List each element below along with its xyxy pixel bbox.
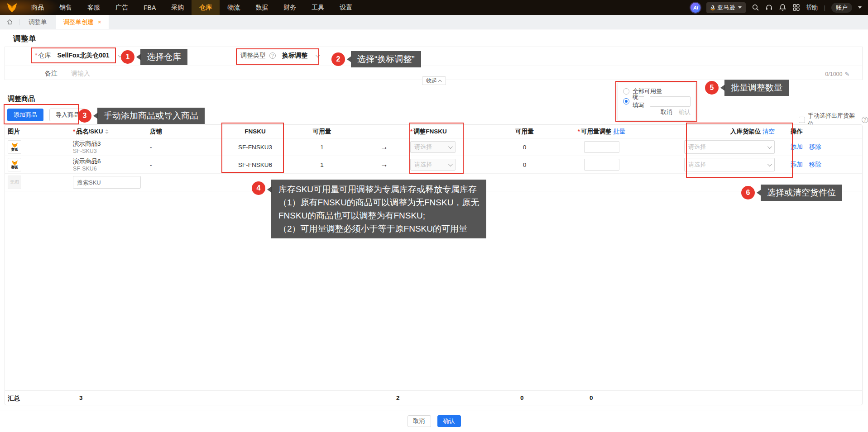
product-sku: SF-SKU3 <box>73 147 150 155</box>
callout-1: 1 选择仓库 <box>121 49 187 65</box>
thumb-label: 赛狐 <box>11 166 18 169</box>
summary-adjust-total: 0 <box>590 394 593 401</box>
inbound-shelf-select[interactable]: 请选择 <box>684 158 775 171</box>
callout-number-badge: 3 <box>78 109 91 123</box>
brand-fox-logo-icon[interactable] <box>0 0 24 15</box>
remove-row-link[interactable]: 移除 <box>809 161 821 169</box>
popover-confirm-button[interactable]: 确认 <box>679 108 691 116</box>
navbar-right: AI a 亚马逊 帮助 | 账户 <box>691 0 868 15</box>
products-table: 图片 *品名/SKU 店铺 FNSKU 可用量 *调整FNSKU 可用量 *可用… <box>5 124 863 405</box>
confirm-button[interactable]: 确认 <box>437 415 461 427</box>
available-cell: 1 <box>286 144 358 151</box>
top-navbar: 商品 销售 客服 广告 FBA 采购 仓库 物流 数据 财务 工具 设置 AI … <box>0 0 868 15</box>
nav-item-service[interactable]: 客服 <box>80 0 108 15</box>
apps-grid-icon[interactable] <box>792 4 800 11</box>
collapse-button[interactable]: 收起 <box>422 76 446 85</box>
search-icon[interactable] <box>752 4 759 11</box>
cancel-button[interactable]: 取消 <box>408 415 431 427</box>
callout-number-badge: 1 <box>121 50 134 64</box>
uniform-qty-input[interactable] <box>650 96 691 107</box>
account-menu[interactable]: 账户 <box>831 3 852 13</box>
action-cell: 添加 移除 <box>779 161 862 169</box>
notification-bell-icon[interactable] <box>779 4 786 11</box>
tab-bar: 调整单 调整单创建 × <box>0 15 868 29</box>
chevron-down-icon <box>448 162 453 166</box>
nav-item-tools[interactable]: 工具 <box>304 0 332 15</box>
adjust-fnsku-select[interactable]: 请选择 <box>410 159 456 171</box>
sort-icon[interactable] <box>105 129 109 134</box>
header-available-adjust: *可用量调整 批量 <box>557 128 646 136</box>
chevron-down-icon <box>738 6 742 9</box>
warehouse-select[interactable]: *仓库 SellFox北美仓001 <box>35 52 121 60</box>
clear-link[interactable]: 清空 <box>762 128 775 135</box>
header-available2: 可用量 <box>492 128 557 136</box>
header-available: 可用量 <box>286 128 358 136</box>
tab-adjustment-create[interactable]: 调整单创建 × <box>56 15 109 29</box>
home-icon <box>6 19 13 25</box>
header-name-sku[interactable]: *品名/SKU <box>73 128 150 136</box>
chevron-down-icon <box>448 144 453 149</box>
tab-adjustment-list[interactable]: 调整单 <box>19 15 56 29</box>
header-image: 图片 <box>5 128 73 136</box>
callout-tooltip: 选择或清空货件位 <box>761 185 842 201</box>
account-chevron-down-icon[interactable] <box>858 6 862 9</box>
available-adjust-input[interactable] <box>584 159 619 171</box>
add-product-button[interactable]: 添加商品 <box>7 109 43 121</box>
divider <box>5 66 862 66</box>
required-asterisk: * <box>35 52 37 59</box>
home-tab[interactable] <box>0 15 19 29</box>
nav-item-finance[interactable]: 财务 <box>276 0 304 15</box>
available-adjust-input[interactable] <box>584 141 619 153</box>
nav-item-logistics[interactable]: 物流 <box>220 0 248 15</box>
remark-field[interactable]: 备注 请输入 <box>45 70 90 78</box>
chevron-down-icon <box>316 53 320 57</box>
header-fnsku: FNSKU <box>225 128 286 135</box>
nav-item-warehouse[interactable]: 仓库 <box>192 0 220 15</box>
callout-tooltip: 选择“换标调整” <box>351 51 421 67</box>
edit-pencil-icon: ✎ <box>845 71 849 77</box>
product-thumbnail[interactable]: 赛狐 <box>8 140 21 154</box>
marketplace-label: 亚马逊 <box>718 4 735 12</box>
checkbox-icon[interactable] <box>799 117 805 123</box>
nav-item-purchase[interactable]: 采购 <box>163 0 192 15</box>
help-circle-icon: ? <box>862 117 868 123</box>
nav-item-settings[interactable]: 设置 <box>332 0 360 15</box>
remove-row-link[interactable]: 移除 <box>809 143 821 151</box>
nav-item-ads[interactable]: 广告 <box>108 0 136 15</box>
nav-item-fba[interactable]: FBA <box>136 0 163 15</box>
headset-icon[interactable] <box>765 4 773 11</box>
marketplace-switcher[interactable]: a 亚马逊 <box>706 2 745 13</box>
available-cell: 1 <box>286 161 358 168</box>
option-uniform-fill[interactable]: 统一填写 <box>623 96 691 106</box>
option-fill-label: 统一填写 <box>633 93 646 109</box>
add-row-link[interactable]: 添加 <box>791 161 803 169</box>
remark-label: 备注 <box>45 70 58 78</box>
page-title: 调整单 <box>13 33 36 44</box>
nav-item-data[interactable]: 数据 <box>248 0 276 15</box>
adjust-type-select[interactable]: 调整类型 ? 换标调整 <box>240 52 319 60</box>
add-row-link[interactable]: 添加 <box>791 143 803 151</box>
callout-number-badge: 2 <box>331 52 345 66</box>
inbound-shelf-select[interactable]: 请选择 <box>684 140 775 154</box>
product-name[interactable]: 演示商品6 <box>73 157 150 165</box>
ai-assistant-icon[interactable]: AI <box>691 3 700 13</box>
nav-item-products[interactable]: 商品 <box>24 0 52 15</box>
summary-available2-total: 0 <box>520 394 524 401</box>
batch-link[interactable]: 批量 <box>613 128 625 135</box>
help-link[interactable]: 帮助 <box>806 4 818 12</box>
products-section-title: 调整商品 <box>8 95 35 103</box>
radio-unchecked-icon[interactable] <box>623 88 629 95</box>
remark-counter: 0/1000 ✎ <box>825 71 849 77</box>
product-name[interactable]: 演示商品3 <box>73 140 150 147</box>
nav-item-sales[interactable]: 销售 <box>52 0 80 15</box>
close-tab-icon[interactable]: × <box>98 19 101 25</box>
radio-checked-icon[interactable] <box>623 98 629 104</box>
summary-available-total: 2 <box>396 394 400 401</box>
table-row: 赛狐 演示商品6 SF-SKU6 - SF-FNSKU6 1 → 请选择 0 请… <box>5 156 862 174</box>
popover-cancel-button[interactable]: 取消 <box>661 108 672 116</box>
adjust-type-label: 调整类型 <box>240 52 266 60</box>
search-sku-input[interactable] <box>73 176 141 189</box>
adjust-fnsku-select[interactable]: 请选择 <box>410 141 456 153</box>
product-thumbnail[interactable]: 赛狐 <box>8 158 21 171</box>
chevron-down-icon <box>767 144 772 149</box>
